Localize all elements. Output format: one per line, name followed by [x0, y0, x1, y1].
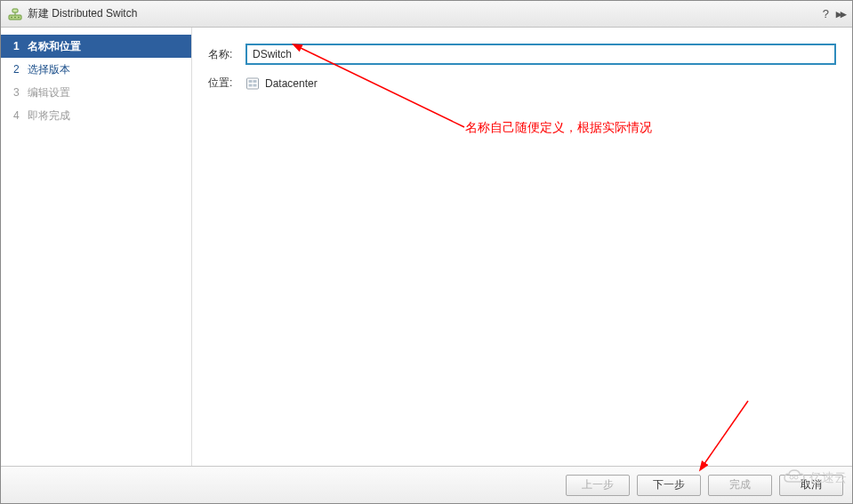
svg-rect-9 — [249, 84, 253, 86]
dvswitch-icon — [8, 7, 22, 21]
titlebar-controls: ? ▸▸ — [823, 7, 845, 20]
name-label: 名称: — [208, 47, 245, 62]
wizard-step-select-version[interactable]: 2 选择版本 — [1, 58, 191, 81]
annotation-name-hint: 名称自己随便定义，根据实际情况 — [465, 120, 652, 136]
step-number: 2 — [13, 63, 28, 76]
back-button: 上一步 — [566, 475, 630, 496]
svg-rect-6 — [247, 78, 259, 89]
dialog-window: 新建 Distributed Switch ? ▸▸ 1 名称和位置 2 选择版… — [0, 0, 853, 504]
location-text: Datacenter — [265, 77, 318, 90]
name-row: 名称: — [208, 44, 836, 65]
svg-point-5 — [18, 16, 20, 18]
svg-rect-8 — [253, 80, 257, 83]
location-label: 位置: — [208, 76, 245, 91]
expand-icon[interactable]: ▸▸ — [836, 7, 845, 20]
step-label: 选择版本 — [28, 62, 70, 77]
titlebar: 新建 Distributed Switch ? ▸▸ — [1, 1, 852, 28]
wizard-content: 名称: 位置: Datacenter — [192, 28, 852, 466]
next-button[interactable]: 下一步 — [637, 475, 701, 496]
help-icon[interactable]: ? — [823, 7, 829, 20]
step-number: 3 — [13, 86, 28, 99]
location-value: Datacenter — [245, 76, 318, 91]
datacenter-icon — [245, 76, 260, 91]
wizard-step-ready-to-complete: 4 即将完成 — [1, 104, 191, 127]
step-label: 名称和位置 — [28, 39, 81, 54]
dialog-title: 新建 Distributed Switch — [28, 6, 823, 21]
step-label: 即将完成 — [28, 108, 70, 124]
step-number: 4 — [13, 109, 28, 122]
svg-point-3 — [11, 16, 12, 18]
dialog-body: 1 名称和位置 2 选择版本 3 编辑设置 4 即将完成 名称: — [1, 28, 852, 466]
svg-point-4 — [14, 16, 16, 18]
svg-rect-10 — [253, 84, 257, 86]
finish-button: 完成 — [708, 475, 772, 496]
dialog-footer: 上一步 下一步 完成 取消 — [1, 466, 852, 503]
svg-rect-1 — [12, 9, 18, 12]
location-row: 位置: Datacenter — [208, 76, 836, 91]
wizard-step-edit-settings: 3 编辑设置 — [1, 81, 191, 104]
step-label: 编辑设置 — [28, 85, 70, 100]
name-input[interactable] — [245, 44, 836, 65]
wizard-sidebar: 1 名称和位置 2 选择版本 3 编辑设置 4 即将完成 — [1, 28, 192, 466]
wizard-step-name-location[interactable]: 1 名称和位置 — [1, 35, 191, 58]
svg-rect-7 — [249, 80, 253, 83]
step-number: 1 — [13, 40, 28, 52]
cancel-button[interactable]: 取消 — [779, 475, 843, 496]
